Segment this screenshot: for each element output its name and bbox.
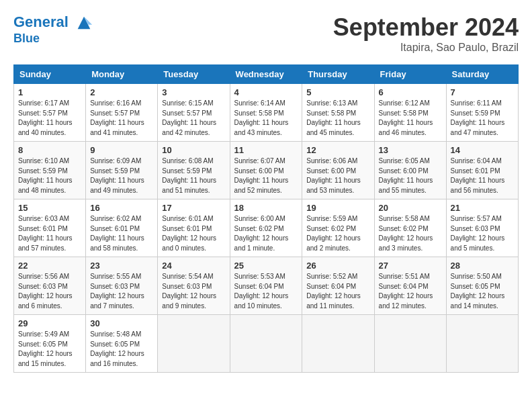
- calendar-cell: 30Sunrise: 5:48 AMSunset: 6:05 PMDayligh…: [86, 315, 158, 373]
- day-number: 1: [18, 87, 81, 97]
- calendar-cell: 19Sunrise: 5:59 AMSunset: 6:02 PMDayligh…: [302, 199, 374, 257]
- logo: General Blue: [13, 13, 93, 46]
- calendar-week-5: 29Sunrise: 5:49 AMSunset: 6:05 PMDayligh…: [14, 315, 519, 373]
- day-info: Sunrise: 6:13 AMSunset: 5:58 PMDaylight:…: [306, 99, 369, 138]
- calendar-cell: 6Sunrise: 6:12 AMSunset: 5:58 PMDaylight…: [374, 84, 446, 142]
- day-number: 4: [234, 87, 298, 97]
- calendar-cell: 26Sunrise: 5:52 AMSunset: 6:04 PMDayligh…: [302, 257, 374, 315]
- calendar-cell: 24Sunrise: 5:54 AMSunset: 6:03 PMDayligh…: [158, 257, 230, 315]
- calendar-cell: 8Sunrise: 6:10 AMSunset: 5:59 PMDaylight…: [14, 142, 86, 199]
- day-info: Sunrise: 6:08 AMSunset: 5:59 PMDaylight:…: [162, 156, 225, 195]
- calendar-cell: 13Sunrise: 6:05 AMSunset: 6:00 PMDayligh…: [374, 142, 446, 199]
- calendar-week-4: 22Sunrise: 5:56 AMSunset: 6:03 PMDayligh…: [14, 257, 519, 315]
- calendar-cell: 29Sunrise: 5:49 AMSunset: 6:05 PMDayligh…: [14, 315, 86, 373]
- header-sunday: Sunday: [14, 65, 86, 84]
- calendar-cell: 3Sunrise: 6:15 AMSunset: 5:57 PMDaylight…: [158, 84, 230, 142]
- calendar-cell: [302, 315, 374, 373]
- header-tuesday: Tuesday: [158, 65, 230, 84]
- calendar-cell: [158, 315, 230, 373]
- day-number: 21: [451, 203, 514, 213]
- day-number: 29: [18, 318, 81, 328]
- day-number: 30: [90, 318, 153, 328]
- day-number: 25: [234, 261, 298, 271]
- location: Itapira, Sao Paulo, Brazil: [333, 42, 519, 54]
- day-number: 26: [306, 261, 369, 271]
- day-info: Sunrise: 5:59 AMSunset: 6:02 PMDaylight:…: [306, 214, 369, 253]
- day-info: Sunrise: 5:48 AMSunset: 6:05 PMDaylight:…: [90, 330, 153, 369]
- day-info: Sunrise: 5:57 AMSunset: 6:03 PMDaylight:…: [451, 214, 514, 253]
- day-number: 28: [451, 261, 514, 271]
- calendar-cell: [230, 315, 302, 373]
- header-saturday: Saturday: [446, 65, 518, 84]
- day-number: 11: [234, 145, 298, 155]
- calendar-cell: 15Sunrise: 6:03 AMSunset: 6:01 PMDayligh…: [14, 199, 86, 257]
- day-info: Sunrise: 6:12 AMSunset: 5:58 PMDaylight:…: [379, 99, 442, 138]
- calendar-header-row: SundayMondayTuesdayWednesdayThursdayFrid…: [14, 65, 519, 84]
- day-info: Sunrise: 6:09 AMSunset: 5:59 PMDaylight:…: [90, 156, 153, 195]
- calendar-cell: [446, 315, 518, 373]
- day-info: Sunrise: 6:15 AMSunset: 5:57 PMDaylight:…: [162, 99, 225, 138]
- day-number: 12: [306, 145, 369, 155]
- calendar-week-3: 15Sunrise: 6:03 AMSunset: 6:01 PMDayligh…: [14, 199, 519, 257]
- logo-text: General: [13, 13, 93, 32]
- header-monday: Monday: [86, 65, 158, 84]
- day-number: 23: [90, 261, 153, 271]
- calendar-cell: 21Sunrise: 5:57 AMSunset: 6:03 PMDayligh…: [446, 199, 518, 257]
- day-number: 27: [379, 261, 442, 271]
- day-info: Sunrise: 5:49 AMSunset: 6:05 PMDaylight:…: [18, 330, 81, 369]
- day-number: 9: [90, 145, 153, 155]
- day-number: 10: [162, 145, 225, 155]
- day-info: Sunrise: 5:54 AMSunset: 6:03 PMDaylight:…: [162, 272, 225, 311]
- day-number: 17: [162, 203, 225, 213]
- day-info: Sunrise: 5:53 AMSunset: 6:04 PMDaylight:…: [234, 272, 298, 311]
- day-number: 13: [379, 145, 442, 155]
- day-number: 18: [234, 203, 298, 213]
- page-header: General Blue September 2024 Itapira, Sao…: [13, 13, 519, 54]
- calendar-week-1: 1Sunrise: 6:17 AMSunset: 5:57 PMDaylight…: [14, 84, 519, 142]
- calendar-cell: 28Sunrise: 5:50 AMSunset: 6:05 PMDayligh…: [446, 257, 518, 315]
- day-info: Sunrise: 6:04 AMSunset: 6:01 PMDaylight:…: [451, 156, 514, 195]
- day-info: Sunrise: 5:52 AMSunset: 6:04 PMDaylight:…: [306, 272, 369, 311]
- day-info: Sunrise: 6:02 AMSunset: 6:01 PMDaylight:…: [90, 214, 153, 253]
- day-number: 20: [379, 203, 442, 213]
- day-number: 7: [451, 87, 514, 97]
- day-info: Sunrise: 6:14 AMSunset: 5:58 PMDaylight:…: [234, 99, 298, 138]
- day-info: Sunrise: 6:06 AMSunset: 6:00 PMDaylight:…: [306, 156, 369, 195]
- day-info: Sunrise: 6:16 AMSunset: 5:57 PMDaylight:…: [90, 99, 153, 138]
- day-info: Sunrise: 5:50 AMSunset: 6:05 PMDaylight:…: [451, 272, 514, 311]
- logo-blue: Blue: [13, 32, 93, 46]
- header-thursday: Thursday: [302, 65, 374, 84]
- day-info: Sunrise: 6:07 AMSunset: 6:00 PMDaylight:…: [234, 156, 298, 195]
- calendar-cell: [374, 315, 446, 373]
- day-info: Sunrise: 5:51 AMSunset: 6:04 PMDaylight:…: [379, 272, 442, 311]
- calendar-cell: 23Sunrise: 5:55 AMSunset: 6:03 PMDayligh…: [86, 257, 158, 315]
- calendar-cell: 27Sunrise: 5:51 AMSunset: 6:04 PMDayligh…: [374, 257, 446, 315]
- day-info: Sunrise: 6:01 AMSunset: 6:01 PMDaylight:…: [162, 214, 225, 253]
- header-friday: Friday: [374, 65, 446, 84]
- calendar-cell: 5Sunrise: 6:13 AMSunset: 5:58 PMDaylight…: [302, 84, 374, 142]
- calendar-cell: 10Sunrise: 6:08 AMSunset: 5:59 PMDayligh…: [158, 142, 230, 199]
- title-block: September 2024 Itapira, Sao Paulo, Brazi…: [333, 13, 519, 54]
- day-number: 14: [451, 145, 514, 155]
- calendar-table: SundayMondayTuesdayWednesdayThursdayFrid…: [13, 64, 519, 373]
- calendar-cell: 18Sunrise: 6:00 AMSunset: 6:02 PMDayligh…: [230, 199, 302, 257]
- day-info: Sunrise: 6:03 AMSunset: 6:01 PMDaylight:…: [18, 214, 81, 253]
- calendar-cell: 20Sunrise: 5:58 AMSunset: 6:02 PMDayligh…: [374, 199, 446, 257]
- calendar-cell: 7Sunrise: 6:11 AMSunset: 5:59 PMDaylight…: [446, 84, 518, 142]
- day-info: Sunrise: 5:56 AMSunset: 6:03 PMDaylight:…: [18, 272, 81, 311]
- day-info: Sunrise: 6:10 AMSunset: 5:59 PMDaylight:…: [18, 156, 81, 195]
- day-info: Sunrise: 6:05 AMSunset: 6:00 PMDaylight:…: [379, 156, 442, 195]
- calendar-cell: 4Sunrise: 6:14 AMSunset: 5:58 PMDaylight…: [230, 84, 302, 142]
- calendar-cell: 16Sunrise: 6:02 AMSunset: 6:01 PMDayligh…: [86, 199, 158, 257]
- calendar-cell: 22Sunrise: 5:56 AMSunset: 6:03 PMDayligh…: [14, 257, 86, 315]
- day-number: 16: [90, 203, 153, 213]
- day-number: 2: [90, 87, 153, 97]
- logo-icon: [75, 13, 93, 32]
- month-title: September 2024: [333, 13, 519, 42]
- calendar-cell: 25Sunrise: 5:53 AMSunset: 6:04 PMDayligh…: [230, 257, 302, 315]
- calendar-cell: 17Sunrise: 6:01 AMSunset: 6:01 PMDayligh…: [158, 199, 230, 257]
- day-number: 15: [18, 203, 81, 213]
- calendar-cell: 1Sunrise: 6:17 AMSunset: 5:57 PMDaylight…: [14, 84, 86, 142]
- day-number: 3: [162, 87, 225, 97]
- calendar-cell: 14Sunrise: 6:04 AMSunset: 6:01 PMDayligh…: [446, 142, 518, 199]
